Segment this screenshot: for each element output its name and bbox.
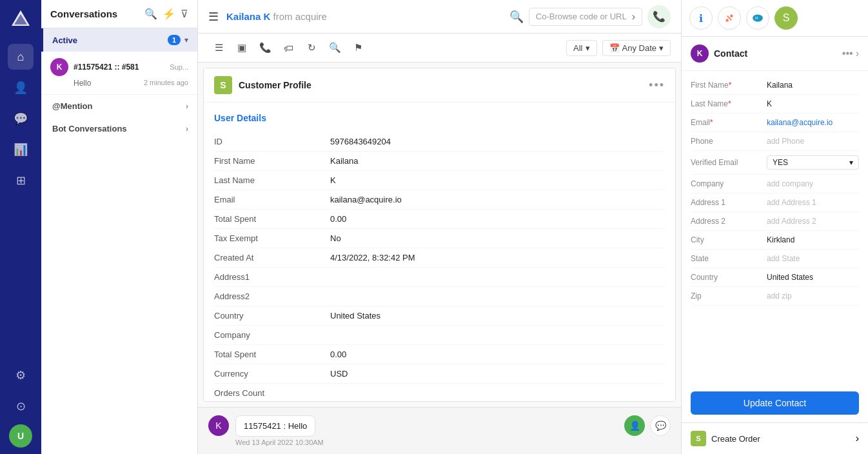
sort-icon[interactable]: ⊽ (181, 8, 188, 20)
field-value-address2[interactable]: add Address 2 (767, 217, 859, 226)
toolbar-refresh-icon[interactable]: ↻ (301, 37, 322, 58)
conversations-title: Conversations (50, 8, 117, 19)
tab-hubspot-button[interactable] (718, 6, 741, 30)
phone-button[interactable]: 📞 (647, 5, 671, 28)
calendar-icon: 📅 (609, 43, 620, 53)
update-contact-button[interactable]: Update Contact (691, 391, 859, 415)
section-mention-label: @Mention (52, 101, 93, 111)
create-order-row[interactable]: S Create Order › (682, 422, 868, 454)
filter-all-button[interactable]: All ▾ (566, 40, 597, 56)
field-value-address1[interactable]: add Address 1 (767, 198, 859, 207)
field-label-address1: Address 1 (691, 198, 762, 207)
conversation-item[interactable]: K #11575421 :: #581 Sup... Hello 2 minut… (41, 52, 197, 95)
profile-header: S Customer Profile ••• (204, 68, 675, 103)
svg-point-3 (725, 19, 729, 22)
field-label-firstname: First Name* (691, 81, 762, 90)
toolbar-search-icon[interactable]: 🔍 (324, 37, 345, 58)
search-icon[interactable]: 🔍 (144, 8, 157, 20)
menu-icon[interactable]: ☰ (208, 10, 219, 24)
field-label-zip: Zip (691, 291, 762, 301)
filter-group: All ▾ 📅 Any Date ▾ (566, 40, 671, 56)
chat-toolbar: ☰ ▣ 📞 🏷 ↻ 🔍 ⚑ All ▾ 📅 Any Date ▾ (198, 34, 681, 63)
nav-widgets-icon[interactable]: ⊞ (8, 168, 34, 193)
filter-all-chevron-icon: ▾ (586, 43, 590, 53)
field-value-city[interactable]: Kirkland (767, 235, 859, 244)
contact-avatar: K (691, 44, 709, 63)
section-active[interactable]: Active 1 ▾ (41, 28, 197, 52)
filter-date-chevron-icon: ▾ (659, 43, 664, 53)
toolbar-flag-icon[interactable]: ⚑ (348, 37, 368, 58)
field-value-zip[interactable]: add zip (767, 291, 859, 301)
nav-chat-icon[interactable]: 💬 (8, 106, 34, 132)
detail-row-address1: Address1 (214, 268, 665, 287)
detail-value-currency: USD (330, 369, 665, 379)
filter-icon[interactable]: ⚡ (163, 8, 175, 20)
field-value-email[interactable]: kailana@acquire.io (767, 118, 859, 127)
verified-email-select[interactable]: YES ▾ (767, 155, 859, 170)
message-item: K 11575421 : Hello Wed 13 April 2022 10:… (208, 415, 671, 446)
field-value-country[interactable]: United States (767, 273, 859, 282)
nav-support-icon[interactable]: ⊙ (8, 393, 34, 419)
detail-row-total-spent: Total Spent 0.00 (214, 210, 665, 229)
conv-item-title: #11575421 :: #581 (74, 63, 164, 72)
create-order-label: Create Order (711, 434, 760, 444)
field-row-email: Email* kailana@acquire.io (691, 114, 859, 132)
search-chat-icon[interactable]: 🔍 (509, 10, 524, 24)
detail-row-address2: Address2 (214, 287, 665, 306)
toolbar-tag-icon[interactable]: 🏷 (278, 37, 299, 58)
right-panel: ℹ SF S K Contact ••• › First Name* Kaila… (681, 0, 868, 454)
detail-value-total-spent: 0.00 (330, 214, 665, 224)
create-order-left: S Create Order (691, 431, 760, 446)
contact-actions[interactable]: ••• › (842, 48, 859, 59)
field-label-phone: Phone (691, 137, 762, 146)
field-label-verified-email: Verified Email (691, 158, 762, 167)
toolbar-phone-icon[interactable]: 📞 (255, 37, 275, 58)
tab-shopify-button[interactable]: S (774, 6, 798, 30)
toolbar-image-icon[interactable]: ▣ (232, 37, 252, 58)
nav-contacts-icon[interactable]: 👤 (8, 75, 34, 101)
field-value-lastname[interactable]: K (767, 99, 859, 108)
nav-settings-icon[interactable]: ⚙ (8, 362, 34, 388)
main-content: ☰ Kailana K from acquire 🔍 Co-Browse cod… (198, 0, 681, 454)
message-time: Wed 13 April 2022 10:30AM (235, 439, 618, 446)
profile-more-button[interactable]: ••• (649, 79, 665, 92)
contact-fields: First Name* Kailana Last Name* K Email* … (682, 71, 868, 384)
detail-label-country: Country (214, 311, 330, 321)
contact-expand-icon: › (856, 48, 859, 59)
field-value-company[interactable]: add company (767, 179, 859, 188)
co-browse-arrow-icon: › (632, 11, 635, 23)
field-value-firstname[interactable]: Kailana (767, 81, 859, 90)
verified-email-chevron-icon: ▾ (849, 158, 853, 167)
nav-home-icon[interactable]: ⌂ (8, 44, 34, 70)
user-details-section: User Details ID 5976843649204 First Name… (204, 103, 675, 402)
conv-item-time: Sup... (170, 63, 188, 71)
assign-agent-button[interactable]: 👤 (624, 415, 645, 436)
svg-text:SF: SF (755, 17, 759, 20)
profile-title: Customer Profile (239, 80, 642, 90)
field-label-lastname: Last Name* (691, 99, 762, 108)
reply-button[interactable]: 💬 (650, 415, 671, 436)
tab-salesforce-button[interactable]: SF (746, 6, 769, 30)
logo[interactable] (8, 6, 34, 32)
contact-section: K Contact ••• › (682, 37, 868, 71)
section-mention[interactable]: @Mention › (41, 95, 197, 117)
field-label-email: Email* (691, 118, 762, 127)
field-value-state[interactable]: add State (767, 254, 859, 263)
header-actions: 🔍 Co-Browse code or URL › 📞 (509, 5, 671, 28)
filter-date-button[interactable]: 📅 Any Date ▾ (602, 40, 671, 56)
field-label-company: Company (691, 179, 762, 188)
detail-label-orders-count: Orders Count (214, 388, 330, 398)
co-browse-input[interactable]: Co-Browse code or URL › (529, 8, 642, 26)
field-label-city: City (691, 235, 762, 244)
detail-value-firstname: Kailana (330, 156, 665, 166)
section-active-label: Active (52, 35, 77, 45)
toolbar-note-icon[interactable]: ☰ (208, 37, 229, 58)
section-bot[interactable]: Bot Conversations › (41, 117, 197, 140)
avatar[interactable]: U (9, 424, 32, 448)
nav-analytics-icon[interactable]: 📊 (8, 137, 34, 163)
conv-item-preview: Hello (74, 79, 91, 88)
tab-info-button[interactable]: ℹ (689, 6, 713, 30)
field-value-phone[interactable]: add Phone (767, 137, 859, 146)
create-order-chevron-icon: › (856, 433, 859, 444)
detail-row-created-at: Created At 4/13/2022, 8:32:42 PM (214, 248, 665, 268)
